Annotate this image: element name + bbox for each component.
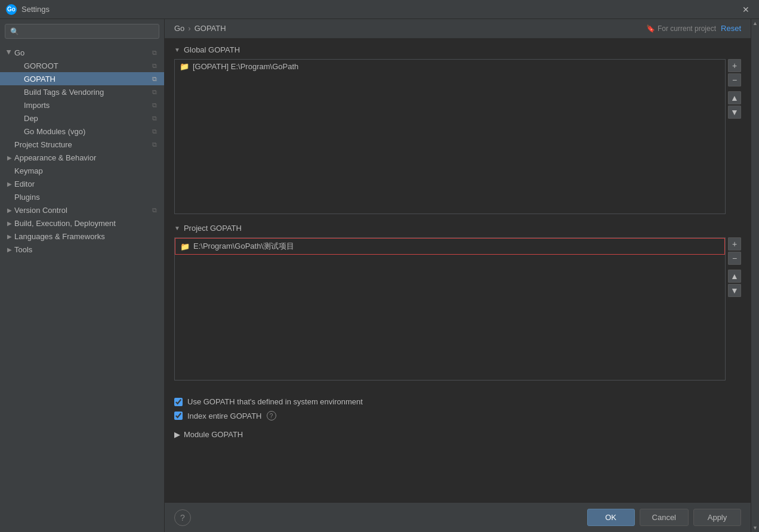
window-title: Settings — [21, 5, 50, 14]
options-area: Use GOPATH that's defined in system envi… — [174, 390, 741, 428]
move-down-project-button[interactable]: ▼ — [728, 284, 741, 297]
sidebar-item-label: Imports — [24, 101, 150, 110]
breadcrumb-root: Go — [174, 24, 184, 33]
project-gopath-list-container: 📁 E:\Program\GoPath\测试项目 + − ▲ ▼ — [174, 237, 741, 381]
add-global-gopath-button[interactable]: + — [728, 59, 741, 72]
move-up-project-button[interactable]: ▲ — [728, 270, 741, 283]
copy-icon[interactable]: ⧉ — [150, 74, 159, 83]
search-input[interactable] — [23, 27, 154, 36]
sidebar-item-keymap[interactable]: ▶ Keymap — [0, 164, 164, 177]
sidebar-item-dep[interactable]: ▶ Dep ⧉ — [0, 112, 164, 125]
sidebar-item-label: Go Modules (vgo) — [24, 127, 150, 136]
arrow-icon: ▶ — [5, 205, 14, 215]
main-content: 🔍 ▶ Go ⧉ ▶ GOROOT ⧉ ▶ GOPATH ⧉ — [0, 19, 759, 532]
use-gopath-label: Use GOPATH that's defined in system envi… — [187, 397, 363, 406]
project-gopath-section: ▼ Project GOPATH 📁 E:\Program\GoPath\测试项… — [174, 224, 741, 381]
folder-icon: 📁 — [180, 242, 190, 251]
arrow-icon: ▶ — [5, 218, 14, 228]
ok-button[interactable]: OK — [587, 509, 635, 526]
sidebar-item-build-tags[interactable]: ▶ Build Tags & Vendoring ⧉ — [0, 85, 164, 98]
copy-icon[interactable]: ⧉ — [150, 113, 159, 123]
global-gopath-list: 📁 [GOPATH] E:\Program\GoPath — [174, 59, 726, 214]
arrow-icon: ▶ — [5, 231, 14, 241]
sidebar-item-label: Plugins — [14, 193, 159, 202]
breadcrumb-current: GOPATH — [195, 24, 226, 33]
move-up-global-button[interactable]: ▲ — [728, 91, 741, 104]
global-gopath-path: [GOPATH] E:\Program\GoPath — [193, 62, 298, 71]
for-current-project-label: For current project — [658, 24, 716, 33]
sidebar-item-go-modules[interactable]: ▶ Go Modules (vgo) ⧉ — [0, 125, 164, 138]
arrow-icon: ▶ — [5, 245, 14, 254]
copy-icon[interactable]: ⧉ — [150, 87, 159, 97]
copy-icon[interactable]: ⧉ — [150, 100, 159, 110]
module-gopath-row[interactable]: ▶ Module GOPATH — [174, 428, 741, 441]
sidebar-item-plugins[interactable]: ▶ Plugins — [0, 190, 164, 203]
module-gopath-label: Module GOPATH — [184, 430, 243, 439]
scroll-down-icon[interactable]: ▼ — [751, 524, 760, 532]
use-gopath-checkbox[interactable] — [174, 398, 183, 406]
breadcrumb: Go › GOPATH — [174, 24, 226, 33]
copy-icon[interactable]: ⧉ — [150, 61, 159, 70]
sidebar-item-version-control[interactable]: ▶ Version Control ⧉ — [0, 203, 164, 216]
use-gopath-option-row: Use GOPATH that's defined in system envi… — [174, 395, 741, 409]
sidebar-item-go[interactable]: ▶ Go ⧉ — [0, 46, 164, 59]
sidebar-item-label: Languages & Frameworks — [14, 232, 159, 241]
sidebar-item-goroot[interactable]: ▶ GOROOT ⧉ — [0, 59, 164, 72]
arrow-icon: ▶ — [5, 179, 14, 188]
sidebar-item-label: Project Structure — [14, 140, 150, 149]
sidebar-item-languages-frameworks[interactable]: ▶ Languages & Frameworks — [0, 230, 164, 243]
sidebar-item-label: Build Tags & Vendoring — [24, 88, 150, 97]
copy-icon[interactable]: ⧉ — [150, 48, 159, 57]
global-gopath-title: Global GOPATH — [184, 45, 240, 54]
sidebar-item-imports[interactable]: ▶ Imports ⧉ — [0, 98, 164, 112]
remove-global-gopath-button[interactable]: − — [728, 73, 741, 86]
global-gopath-side-controls: + − ▲ ▼ — [728, 59, 741, 214]
sidebar-item-gopath[interactable]: ▶ GOPATH ⧉ — [0, 72, 164, 85]
sidebar-item-label: GOROOT — [24, 61, 150, 70]
global-gopath-list-container: 📁 [GOPATH] E:\Program\GoPath + − ▲ ▼ — [174, 59, 741, 214]
arrow-icon: ▶ — [5, 48, 14, 57]
sidebar-item-label: GOPATH — [24, 75, 150, 83]
project-gopath-list: 📁 E:\Program\GoPath\测试项目 — [174, 237, 726, 381]
cancel-button[interactable]: Cancel — [640, 509, 689, 526]
project-gopath-entry: 📁 E:\Program\GoPath\测试项目 — [175, 238, 725, 255]
index-gopath-help-icon[interactable]: ? — [267, 411, 276, 420]
app-icon: Go — [6, 4, 17, 15]
remove-project-gopath-button[interactable]: − — [728, 252, 741, 265]
sidebar-item-label: Tools — [14, 245, 159, 254]
apply-button[interactable]: Apply — [693, 509, 741, 526]
sidebar-item-build-execution[interactable]: ▶ Build, Execution, Deployment — [0, 216, 164, 230]
header-right: 🔖 For current project Reset — [646, 24, 741, 33]
move-down-global-button[interactable]: ▼ — [728, 106, 741, 119]
add-project-gopath-button[interactable]: + — [728, 237, 741, 250]
copy-icon[interactable]: ⧉ — [150, 140, 159, 149]
index-gopath-option-row: Index entire GOPATH ? — [174, 409, 741, 423]
index-gopath-checkbox[interactable] — [174, 412, 183, 420]
bookmark-icon: 🔖 — [646, 24, 655, 33]
search-box[interactable]: 🔍 — [5, 24, 159, 39]
close-button[interactable]: ✕ — [739, 2, 753, 17]
sidebar-item-label: Editor — [14, 180, 159, 188]
sidebar-item-appearance-behavior[interactable]: ▶ Appearance & Behavior — [0, 151, 164, 164]
copy-icon[interactable]: ⧉ — [150, 205, 159, 215]
section-arrow-icon: ▼ — [174, 225, 180, 231]
global-gopath-header: ▼ Global GOPATH — [174, 45, 741, 54]
footer-left: ? — [174, 509, 191, 526]
project-gopath-path: E:\Program\GoPath\测试项目 — [193, 241, 294, 252]
sidebar-item-editor[interactable]: ▶ Editor — [0, 177, 164, 190]
scroll-up-icon[interactable]: ▲ — [751, 19, 760, 27]
section-arrow-icon: ▼ — [174, 47, 180, 53]
help-button[interactable]: ? — [174, 509, 191, 526]
breadcrumb-separator: › — [188, 24, 190, 33]
sidebar: 🔍 ▶ Go ⧉ ▶ GOROOT ⧉ ▶ GOPATH ⧉ — [0, 19, 165, 532]
copy-icon[interactable]: ⧉ — [150, 126, 159, 136]
for-current-project: 🔖 For current project — [646, 24, 716, 33]
sidebar-item-project-structure[interactable]: ▶ Project Structure ⧉ — [0, 138, 164, 151]
sidebar-item-label: Go — [14, 48, 150, 57]
module-gopath-arrow: ▶ — [174, 430, 180, 439]
sidebar-item-tools[interactable]: ▶ Tools — [0, 243, 164, 256]
sidebar-item-label: Appearance & Behavior — [14, 153, 159, 162]
reset-link[interactable]: Reset — [721, 24, 741, 33]
sidebar-item-label: Version Control — [14, 206, 150, 215]
content-header: Go › GOPATH 🔖 For current project Reset — [165, 19, 751, 38]
